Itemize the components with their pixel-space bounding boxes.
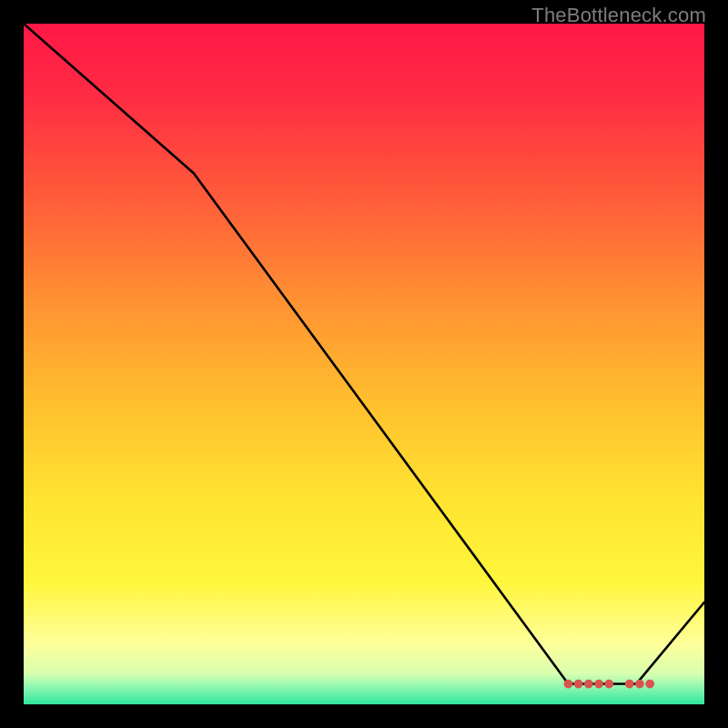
watermark-text: TheBottleneck.com — [531, 4, 706, 27]
chart-frame — [24, 24, 704, 704]
svg-rect-0 — [24, 24, 704, 704]
gradient-background — [24, 24, 704, 704]
plot-area — [24, 24, 704, 704]
